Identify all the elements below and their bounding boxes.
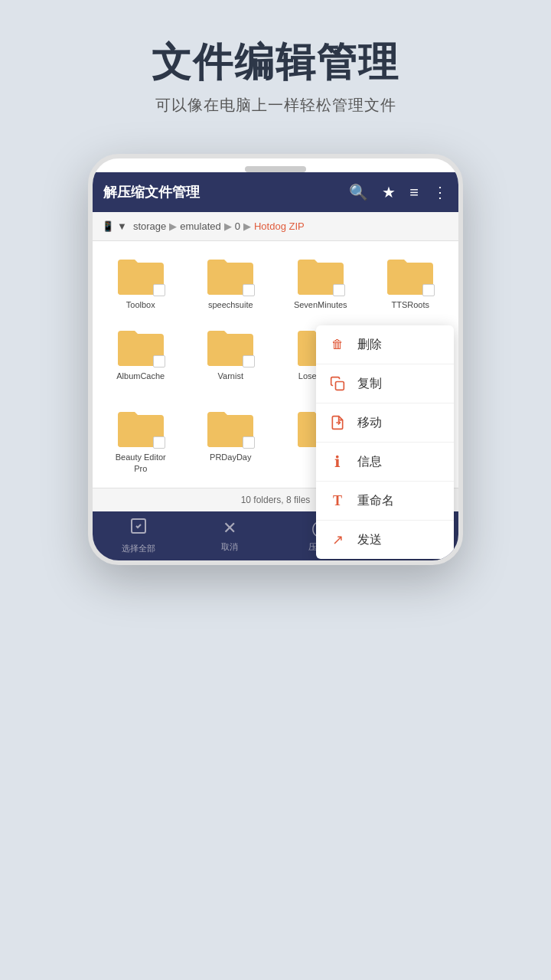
- list-item[interactable]: PRDayDay: [187, 401, 275, 480]
- breadcrumb-emulated: emulated: [180, 220, 220, 232]
- file-grid: Toolbox speechsuite: [93, 241, 458, 487]
- nav-cancel-label: 取消: [221, 541, 238, 553]
- breadcrumb-bar: 📱 ▼ storage ▶ emulated ▶ 0 ▶ Hotdog ZIP: [93, 212, 458, 241]
- menu-label-delete: 删除: [357, 337, 382, 353]
- menu-item-info[interactable]: ℹ 信息: [316, 443, 454, 482]
- list-item[interactable]: Varnist: [187, 320, 275, 399]
- device-dropdown-icon: ▼: [117, 220, 127, 232]
- nav-select-all[interactable]: 选择全部: [93, 511, 184, 560]
- hero-section: 文件编辑管理 可以像在电脑上一样轻松管理文件: [0, 0, 551, 139]
- app-header-title: 解压缩文件管理: [103, 183, 349, 201]
- file-label: Toolbox: [126, 299, 155, 310]
- sep2: ▶: [224, 220, 232, 232]
- folder-checkbox[interactable]: [422, 284, 435, 296]
- folder-checkbox[interactable]: [333, 284, 345, 296]
- file-label: speechsuite: [208, 299, 253, 310]
- device-icon: 📱: [102, 220, 114, 232]
- menu-label-move: 移动: [357, 415, 382, 431]
- list-item[interactable]: Toolbox: [97, 249, 184, 316]
- sep1: ▶: [169, 220, 177, 232]
- folder-checkbox[interactable]: [243, 355, 255, 368]
- sep3: ▶: [243, 220, 251, 232]
- rename-icon: T: [328, 492, 347, 510]
- move-icon: [328, 413, 347, 432]
- file-label: Varnist: [218, 371, 243, 381]
- list-item[interactable]: TTSRoots: [367, 249, 455, 316]
- breadcrumb-path: storage ▶ emulated ▶ 0 ▶ Hotdog ZIP: [133, 220, 305, 232]
- menu-item-move[interactable]: 移动: [316, 403, 454, 443]
- context-menu: 🗑 删除 复制: [316, 325, 454, 559]
- list-item[interactable]: AlbumCache: [97, 320, 184, 399]
- menu-lines-icon[interactable]: ≡: [409, 184, 419, 201]
- info-icon: ℹ: [328, 452, 347, 471]
- file-label: Beauty Editor Pro: [113, 452, 168, 474]
- file-label: PRDayDay: [210, 452, 251, 462]
- star-icon[interactable]: ★: [382, 183, 396, 201]
- copy-icon: [328, 374, 347, 393]
- nav-select-all-label: 选择全部: [122, 543, 155, 554]
- delete-icon: 🗑: [328, 335, 347, 354]
- folder-checkbox[interactable]: [153, 284, 165, 296]
- menu-label-send: 发送: [357, 532, 382, 548]
- folder-checkbox[interactable]: [153, 436, 165, 449]
- file-label: TTSRoots: [391, 299, 429, 310]
- app-header: 解压缩文件管理 🔍 ★ ≡ ⋮: [93, 172, 458, 212]
- phone-frame: 解压缩文件管理 🔍 ★ ≡ ⋮ 📱 ▼ storage ▶ emulated ▶…: [88, 154, 463, 564]
- folder-checkbox[interactable]: [243, 436, 255, 449]
- menu-item-delete[interactable]: 🗑 删除: [316, 325, 454, 364]
- folder-checkbox[interactable]: [243, 284, 255, 296]
- file-label: AlbumCache: [116, 371, 165, 381]
- menu-item-rename[interactable]: T 重命名: [316, 482, 454, 521]
- search-icon[interactable]: 🔍: [349, 183, 368, 201]
- list-item[interactable]: SevenMinutes: [277, 249, 364, 316]
- file-label: SevenMinutes: [294, 299, 347, 310]
- breadcrumb-storage: storage: [133, 220, 166, 232]
- hero-title: 文件编辑管理: [31, 38, 520, 86]
- breadcrumb-current: Hotdog ZIP: [254, 220, 305, 232]
- file-count: 10 folders, 8 files: [241, 495, 311, 505]
- phone-notch: [245, 166, 306, 172]
- cancel-icon: ✕: [223, 518, 236, 538]
- breadcrumb-device[interactable]: 📱 ▼: [102, 220, 127, 232]
- menu-label-info: 信息: [357, 454, 382, 470]
- menu-label-copy: 复制: [357, 376, 382, 392]
- list-item[interactable]: speechsuite: [187, 249, 275, 316]
- phone-mockup: 解压缩文件管理 🔍 ★ ≡ ⋮ 📱 ▼ storage ▶ emulated ▶…: [0, 154, 551, 564]
- menu-item-send[interactable]: ↗ 发送: [316, 521, 454, 559]
- menu-label-rename: 重命名: [357, 493, 394, 509]
- folder-checkbox[interactable]: [153, 355, 165, 368]
- header-icons: 🔍 ★ ≡ ⋮: [349, 183, 448, 201]
- nav-cancel[interactable]: ✕ 取消: [184, 511, 276, 560]
- list-item[interactable]: Beauty Editor Pro: [97, 401, 184, 480]
- select-all-icon: [129, 517, 148, 540]
- more-icon[interactable]: ⋮: [432, 183, 448, 201]
- svg-rect-0: [336, 382, 344, 390]
- breadcrumb-0: 0: [235, 220, 240, 232]
- send-icon: ↗: [328, 531, 347, 549]
- hero-subtitle: 可以像在电脑上一样轻松管理文件: [31, 95, 520, 116]
- menu-item-copy[interactable]: 复制: [316, 364, 454, 403]
